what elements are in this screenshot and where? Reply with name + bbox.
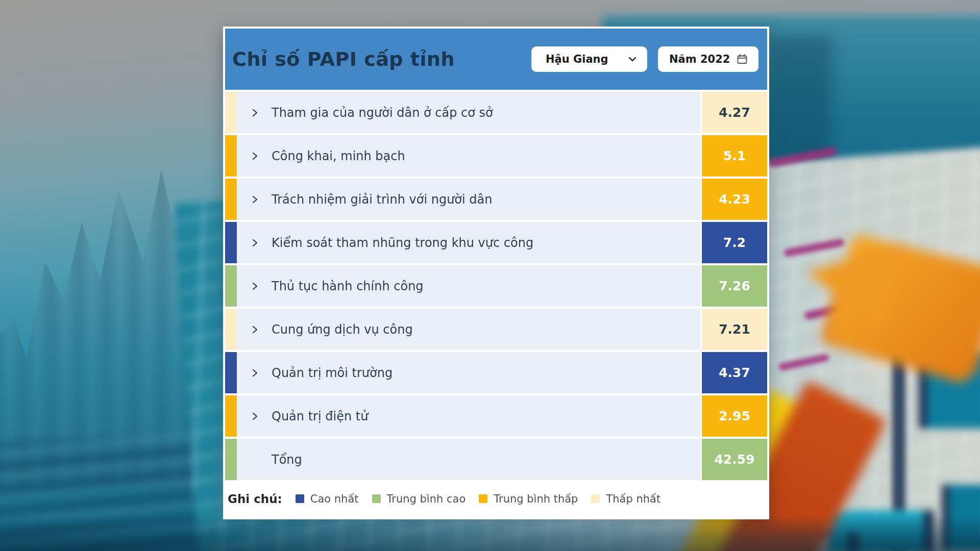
table-row[interactable]: Trách nhiệm giải trình với người dân 4.2… — [225, 179, 767, 220]
row-label: Tổng — [272, 453, 302, 467]
background-magenta-bar — [783, 238, 845, 258]
province-select[interactable]: Hậu Giang — [531, 46, 647, 72]
row-value: 4.23 — [702, 179, 767, 220]
row-body: Trách nhiệm giải trình với người dân — [237, 179, 700, 220]
legend-item: Thấp nhất — [591, 493, 660, 505]
legend-item-label: Trung bình cao — [387, 493, 466, 505]
chevron-right-icon[interactable] — [249, 411, 260, 422]
background-column — [771, 36, 832, 235]
table-row[interactable]: Quản trị điện tử 2.95 — [225, 395, 767, 437]
widget-header: Chỉ số PAPI cấp tỉnh Hậu Giang Năm 2022 — [225, 29, 767, 90]
papi-widget: Chỉ số PAPI cấp tỉnh Hậu Giang Năm 2022 — [223, 27, 769, 519]
row-value: 42.59 — [702, 439, 767, 480]
legend-swatch — [591, 494, 600, 503]
province-select-value: Hậu Giang — [546, 53, 608, 65]
chevron-right-icon[interactable] — [249, 237, 260, 248]
row-label: Quản trị điện tử — [272, 409, 368, 423]
row-value: 7.26 — [702, 265, 767, 307]
row-label: Quản trị môi trường — [272, 366, 393, 380]
year-picker[interactable]: Năm 2022 — [658, 46, 758, 72]
row-value: 7.2 — [702, 222, 767, 263]
row-body: Kiểm soát tham nhũng trong khu vực công — [237, 222, 700, 263]
row-label: Thủ tục hành chính công — [272, 279, 424, 293]
background-magenta-bar — [804, 298, 873, 320]
legend-title: Ghi chú: — [228, 492, 282, 506]
calendar-icon — [736, 53, 748, 65]
row-accent — [225, 92, 237, 133]
legend-item-label: Thấp nhất — [606, 493, 660, 505]
legend-item: Cao nhất — [296, 493, 359, 505]
legend-swatch — [372, 494, 381, 503]
background-step-bar — [942, 485, 980, 551]
row-body: Quản trị môi trường — [237, 352, 700, 393]
row-label: Kiểm soát tham nhũng trong khu vực công — [272, 236, 533, 250]
row-value: 4.37 — [702, 352, 767, 393]
row-body: Công khai, minh bạch — [237, 135, 700, 177]
page-title: Chỉ số PAPI cấp tỉnh — [232, 48, 455, 70]
legend-item: Trung bình cao — [372, 493, 466, 505]
row-label: Cung ứng dịch vụ công — [272, 322, 413, 337]
legend: Ghi chú: Cao nhất Trung bình cao Trung b… — [225, 480, 767, 517]
year-picker-value: Năm 2022 — [669, 53, 730, 65]
row-label: Công khai, minh bạch — [272, 149, 405, 163]
table-row: Tổng 42.59 — [225, 439, 767, 480]
row-accent — [225, 179, 237, 220]
chevron-right-icon[interactable] — [249, 324, 260, 335]
legend-item-label: Cao nhất — [310, 493, 359, 505]
chevron-right-icon[interactable] — [249, 107, 260, 118]
row-accent — [225, 222, 237, 263]
screen: { "widget": { "title": "Chỉ số PAPI cấp … — [0, 0, 980, 551]
table-row[interactable]: Thủ tục hành chính công 7.26 — [225, 265, 767, 307]
row-body: Cung ứng dịch vụ công — [237, 309, 700, 350]
background-magenta-bar — [778, 354, 830, 371]
row-body: Thủ tục hành chính công — [237, 265, 700, 307]
row-value: 2.95 — [702, 395, 767, 437]
row-accent — [225, 309, 237, 350]
legend-swatch — [479, 494, 487, 503]
row-body: Quản trị điện tử — [237, 395, 700, 437]
row-body: Tổng — [237, 439, 700, 480]
table-row[interactable]: Kiểm soát tham nhũng trong khu vực công … — [225, 222, 767, 263]
table-row[interactable]: Công khai, minh bạch 5.1 — [225, 135, 767, 177]
legend-items: Cao nhất Trung bình cao Trung bình thấp … — [296, 493, 660, 505]
background-step-bar — [827, 510, 934, 551]
legend-item: Trung bình thấp — [479, 493, 578, 505]
background-step-bar — [847, 533, 859, 551]
chevron-right-icon[interactable] — [249, 281, 260, 292]
row-accent — [225, 395, 237, 437]
table-row[interactable]: Cung ứng dịch vụ công 7.21 — [225, 309, 767, 350]
row-accent — [225, 352, 237, 393]
row-accent — [225, 439, 237, 480]
background-magenta-bar — [776, 431, 852, 457]
chevron-right-icon[interactable] — [249, 367, 260, 379]
table-row[interactable]: Quản trị môi trường 4.37 — [225, 352, 767, 393]
row-accent — [225, 265, 237, 307]
row-label: Tham gia của người dân ở cấp cơ sở — [272, 106, 493, 120]
row-value: 4.27 — [702, 92, 767, 133]
table-row[interactable]: Tham gia của người dân ở cấp cơ sở 4.27 — [225, 92, 767, 133]
row-value: 5.1 — [702, 135, 767, 177]
chevron-down-icon — [627, 54, 638, 65]
legend-item-label: Trung bình thấp — [494, 493, 578, 505]
chevron-right-icon[interactable] — [249, 151, 260, 162]
row-accent — [225, 135, 237, 177]
row-label: Trách nhiệm giải trình với người dân — [272, 192, 492, 207]
background-magenta-bar — [768, 146, 838, 167]
legend-swatch — [296, 494, 304, 503]
header-controls: Hậu Giang Năm 2022 — [531, 46, 758, 72]
indicator-table: Tham gia của người dân ở cấp cơ sở 4.27 … — [225, 92, 767, 480]
row-value: 7.21 — [702, 309, 767, 350]
row-body: Tham gia của người dân ở cấp cơ sở — [237, 92, 700, 133]
background-step-bar — [919, 352, 980, 429]
chevron-right-icon[interactable] — [249, 194, 260, 205]
